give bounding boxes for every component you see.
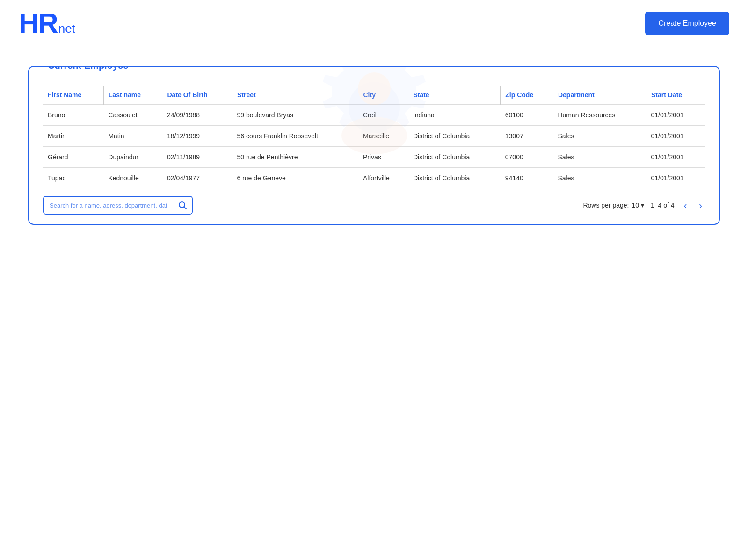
cell-firstname: Tupac bbox=[43, 168, 103, 189]
cell-dob: 18/12/1999 bbox=[162, 126, 232, 147]
col-state: State bbox=[408, 86, 501, 105]
cell-state: District of Columbia bbox=[408, 147, 501, 168]
col-city: City bbox=[358, 86, 408, 105]
cell-zipcode: 94140 bbox=[501, 168, 553, 189]
table-title: Current Employee bbox=[43, 66, 133, 71]
cell-city: Marseille bbox=[358, 126, 408, 147]
cell-lastname: Cassoulet bbox=[103, 105, 162, 126]
cell-startdate: 01/01/2001 bbox=[646, 105, 705, 126]
col-department: Department bbox=[553, 86, 646, 105]
cell-city: Creil bbox=[358, 105, 408, 126]
cell-street: 99 boulevard Bryas bbox=[232, 105, 358, 126]
app-header: HR net Create Employee bbox=[0, 0, 748, 47]
cell-lastname: Kednouille bbox=[103, 168, 162, 189]
cell-city: Alfortville bbox=[358, 168, 408, 189]
table-row[interactable]: BrunoCassoulet24/09/198899 boulevard Bry… bbox=[43, 105, 705, 126]
logo-net-text: net bbox=[58, 22, 75, 36]
cell-state: District of Columbia bbox=[408, 168, 501, 189]
rows-per-page: Rows per page: 10 ▾ bbox=[583, 201, 644, 209]
cell-department: Human Ressources bbox=[553, 105, 646, 126]
cell-zipcode: 13007 bbox=[501, 126, 553, 147]
cell-firstname: Martin bbox=[43, 126, 103, 147]
cell-startdate: 01/01/2001 bbox=[646, 147, 705, 168]
next-page-button[interactable]: › bbox=[696, 199, 705, 212]
cell-street: 56 cours Franklin Roosevelt bbox=[232, 126, 358, 147]
create-employee-button[interactable]: Create Employee bbox=[645, 12, 729, 35]
rows-per-page-value: 10 bbox=[632, 201, 639, 209]
cell-city: Privas bbox=[358, 147, 408, 168]
cell-department: Sales bbox=[553, 168, 646, 189]
col-firstname: First Name bbox=[43, 86, 103, 105]
cell-firstname: Gérard bbox=[43, 147, 103, 168]
table-row[interactable]: MartinMatin18/12/199956 cours Franklin R… bbox=[43, 126, 705, 147]
employee-table-container: Current Employee First Name Last name Da… bbox=[28, 66, 720, 225]
logo-hr-text: HR bbox=[19, 9, 58, 37]
cell-street: 50 rue de Penthièvre bbox=[232, 147, 358, 168]
table-body: BrunoCassoulet24/09/198899 boulevard Bry… bbox=[43, 105, 705, 189]
cell-dob: 02/04/1977 bbox=[162, 168, 232, 189]
logo: HR net bbox=[19, 9, 75, 37]
cell-zipcode: 07000 bbox=[501, 147, 553, 168]
cell-dob: 24/09/1988 bbox=[162, 105, 232, 126]
col-street: Street bbox=[232, 86, 358, 105]
cell-department: Sales bbox=[553, 126, 646, 147]
cell-firstname: Bruno bbox=[43, 105, 103, 126]
table-footer: Rows per page: 10 ▾ 1–4 of 4 ‹ › bbox=[43, 196, 705, 215]
table-row[interactable]: TupacKednouille02/04/19776 rue de Geneve… bbox=[43, 168, 705, 189]
cell-lastname: Matin bbox=[103, 126, 162, 147]
rows-per-page-select[interactable]: 10 ▾ bbox=[632, 201, 644, 209]
cell-lastname: Dupaindur bbox=[103, 147, 162, 168]
cell-zipcode: 60100 bbox=[501, 105, 553, 126]
col-zipcode: Zip Code bbox=[501, 86, 553, 105]
chevron-down-icon: ▾ bbox=[641, 201, 644, 209]
cell-department: Sales bbox=[553, 147, 646, 168]
col-lastname: Last name bbox=[103, 86, 162, 105]
pagination: Rows per page: 10 ▾ 1–4 of 4 ‹ › bbox=[583, 199, 705, 212]
col-startdate: Start Date bbox=[646, 86, 705, 105]
employee-table: First Name Last name Date Of Birth Stree… bbox=[43, 86, 705, 188]
cell-street: 6 rue de Geneve bbox=[232, 168, 358, 189]
main-content: Current Employee First Name Last name Da… bbox=[0, 47, 748, 244]
cell-startdate: 01/01/2001 bbox=[646, 168, 705, 189]
search-icon bbox=[173, 197, 192, 214]
cell-startdate: 01/01/2001 bbox=[646, 126, 705, 147]
table-header-row: First Name Last name Date Of Birth Stree… bbox=[43, 86, 705, 105]
page-info: 1–4 of 4 bbox=[651, 201, 675, 209]
col-dob: Date Of Birth bbox=[162, 86, 232, 105]
cell-state: District of Columbia bbox=[408, 126, 501, 147]
table-header: First Name Last name Date Of Birth Stree… bbox=[43, 86, 705, 105]
search-box[interactable] bbox=[43, 196, 193, 215]
rows-per-page-label: Rows per page: bbox=[583, 201, 629, 209]
cell-state: Indiana bbox=[408, 105, 501, 126]
table-row[interactable]: GérardDupaindur02/11/198950 rue de Penth… bbox=[43, 147, 705, 168]
cell-dob: 02/11/1989 bbox=[162, 147, 232, 168]
svg-line-4 bbox=[184, 207, 187, 209]
prev-page-button[interactable]: ‹ bbox=[681, 199, 690, 212]
search-input[interactable] bbox=[44, 197, 173, 214]
